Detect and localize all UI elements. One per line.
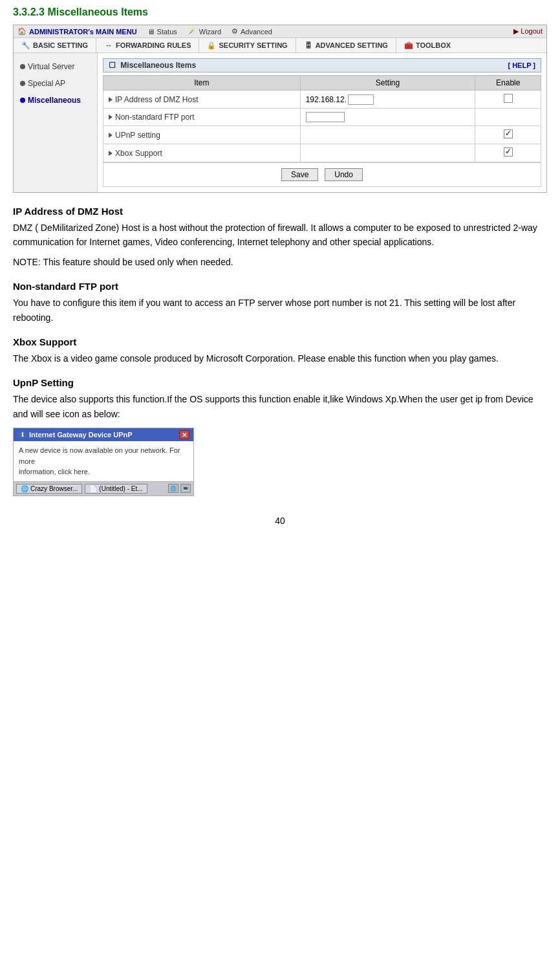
info-icon: ℹ — [17, 430, 27, 439]
table-row: Xbox Support — [103, 144, 541, 162]
dmz-ip-input[interactable] — [348, 94, 374, 105]
ftp-enable-cell — [475, 109, 541, 126]
sidebar-item-special-ap[interactable]: Special AP — [14, 75, 97, 92]
upnp-section-body: The device also supports this function.I… — [13, 392, 547, 421]
arrow-icon — [109, 151, 113, 156]
lock-icon: 🔒 — [207, 41, 216, 50]
upnp-setting-cell — [300, 126, 475, 144]
upnp-section-title: UpnP Setting — [13, 377, 547, 388]
taskbar-label-1: Crazy Browser... — [30, 485, 78, 492]
settings-table: Item Setting Enable IP Address of DMZ Ho… — [103, 75, 541, 162]
help-link[interactable]: [ HELP ] — [508, 61, 535, 69]
section-xbox: Xbox Support The Xbox is a video game co… — [13, 336, 547, 365]
browser-icon: 🌐 — [21, 485, 28, 492]
dmz-section-body: DMZ ( DeMilitarized Zone) Host is a host… — [13, 221, 547, 250]
sys-icon-2: 💻 — [180, 484, 191, 493]
upnp-dialog-title: Internet Gateway Device UPnP — [29, 431, 133, 439]
upnp-label-cell: UPnP setting — [103, 126, 301, 144]
logout-arrow-icon: ▶ — [513, 27, 519, 35]
house-icon: 🏠 — [17, 27, 27, 36]
monitor-icon: 🖥 — [147, 28, 155, 36]
upnp-title-bar: ℹ Internet Gateway Device UPnP ✕ — [14, 428, 193, 441]
save-button[interactable]: Save — [281, 168, 318, 181]
undo-button[interactable]: Undo — [325, 168, 363, 181]
sidebar-item-miscellaneous[interactable]: Miscellaneous — [14, 92, 97, 109]
dmz-label: IP Address of DMZ Host — [115, 95, 199, 104]
upnp-title-left: ℹ Internet Gateway Device UPnP — [17, 430, 133, 439]
xbox-label: Xbox Support — [115, 149, 162, 158]
dmz-section-title: IP Address of DMZ Host — [13, 206, 547, 217]
panel-title-icon: ☐ — [109, 61, 116, 70]
taskbar-untitled[interactable]: 📄 (Untitled) - Et... — [85, 484, 147, 494]
arrow-icon — [109, 133, 113, 138]
wrench-icon: 🔧 — [21, 41, 30, 50]
nav-item-wizard[interactable]: 🪄 Wizard — [188, 27, 221, 36]
section-upnp: UpnP Setting The device also supports th… — [13, 377, 547, 496]
nav-basic-setting[interactable]: 🔧 BASIC SETTING — [14, 38, 96, 52]
panel-title: ☐ Miscellaneous Items — [109, 61, 196, 70]
doc-icon: 📄 — [89, 485, 97, 492]
upnp-body-line1: A new device is now available on your ne… — [19, 445, 188, 466]
nav-item-status[interactable]: 🖥 Status — [147, 28, 177, 36]
nav-toolbox[interactable]: 🧰 TOOLBOX — [396, 38, 458, 52]
taskbar-system-icons: 🌐 💻 — [168, 484, 191, 493]
taskbar-crazy-browser[interactable]: 🌐 Crazy Browser... — [16, 484, 82, 494]
dmz-label-cell: IP Address of DMZ Host — [103, 91, 301, 109]
arrows-icon: ↔ — [104, 41, 113, 50]
xbox-label-cell: Xbox Support — [103, 144, 301, 162]
dmz-checkbox[interactable] — [504, 94, 513, 103]
ftp-port-input[interactable] — [306, 112, 345, 122]
second-nav: 🔧 BASIC SETTING ↔ FORWARDING RULES 🔒 SEC… — [14, 38, 546, 53]
upnp-checkbox[interactable] — [504, 129, 513, 138]
xbox-enable-cell — [475, 144, 541, 162]
ftp-setting-cell — [300, 109, 475, 126]
nav-advanced-setting[interactable]: 🎛 ADVANCED SETTING — [296, 38, 396, 52]
xbox-section-title: Xbox Support — [13, 336, 547, 347]
col-setting: Setting — [300, 76, 475, 91]
xbox-setting-cell — [300, 144, 475, 162]
sidebar-item-virtual-server[interactable]: Virtual Server — [14, 58, 97, 75]
table-row: Non-standard FTP port — [103, 109, 541, 126]
panel-header: ☐ Miscellaneous Items [ HELP ] — [103, 58, 541, 72]
upnp-enable-cell — [475, 126, 541, 144]
sliders-icon: 🎛 — [304, 41, 313, 50]
table-row: IP Address of DMZ Host 192.168.12. — [103, 91, 541, 109]
dmz-setting-cell: 192.168.12. — [300, 91, 475, 109]
section-ftp: Non-standard FTP port You have to config… — [13, 281, 547, 325]
main-area: Virtual Server Special AP Miscellaneous … — [14, 53, 546, 192]
logout-button[interactable]: ▶ Logout — [513, 27, 543, 36]
col-item: Item — [103, 76, 301, 91]
xbox-checkbox[interactable] — [504, 147, 513, 157]
ftp-label: Non-standard FTP port — [115, 113, 195, 122]
dot-icon — [20, 81, 25, 86]
page-heading: 3.3.2.3 Miscellaneous Items — [13, 6, 547, 18]
top-nav: 🏠 ADMINISTRATOR's MAIN MENU 🖥 Status 🪄 W… — [14, 25, 546, 38]
dmz-note: NOTE: This feature should be used only w… — [13, 255, 547, 269]
toolbox-icon: 🧰 — [404, 41, 413, 50]
dot-icon — [20, 64, 25, 69]
nav-forwarding-rules[interactable]: ↔ FORWARDING RULES — [96, 38, 200, 52]
upnp-dialog-body: A new device is now available on your ne… — [14, 441, 193, 482]
col-enable: Enable — [475, 76, 541, 91]
upnp-label: UPnP setting — [115, 131, 160, 140]
ip-prefix: 192.168.12. — [306, 95, 347, 104]
taskbar-label-2: (Untitled) - Et... — [99, 485, 142, 492]
arrow-icon — [109, 115, 113, 120]
upnp-dialog-box: ℹ Internet Gateway Device UPnP ✕ A new d… — [13, 428, 194, 496]
nav-security-setting[interactable]: 🔒 SECURITY SETTING — [199, 38, 296, 52]
table-row: UPnP setting — [103, 126, 541, 144]
ftp-section-title: Non-standard FTP port — [13, 281, 547, 292]
button-row: Save Undo — [103, 162, 541, 187]
upnp-close-button[interactable]: ✕ — [179, 430, 189, 439]
dot-icon-active — [20, 98, 25, 103]
section-dmz: IP Address of DMZ Host DMZ ( DeMilitariz… — [13, 206, 547, 269]
upnp-taskbar: 🌐 Crazy Browser... 📄 (Untitled) - Et... … — [14, 482, 193, 496]
nav-item-admin[interactable]: 🏠 ADMINISTRATOR's MAIN MENU — [17, 27, 137, 36]
content-area: ☐ Miscellaneous Items [ HELP ] Item Sett… — [98, 53, 546, 192]
nav-item-advanced[interactable]: ⚙ Advanced — [232, 27, 272, 36]
gear-icon: ⚙ — [232, 27, 238, 36]
router-frame: 🏠 ADMINISTRATOR's MAIN MENU 🖥 Status 🪄 W… — [13, 25, 547, 193]
sys-icon-1: 🌐 — [168, 484, 178, 493]
page-number: 40 — [13, 516, 547, 526]
dmz-enable-cell — [475, 91, 541, 109]
